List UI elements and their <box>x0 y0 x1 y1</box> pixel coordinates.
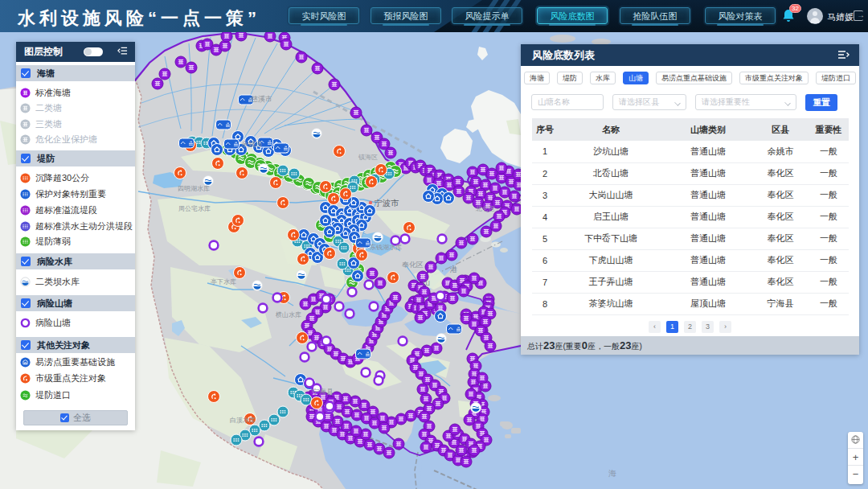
svg-text:亭下水库: 亭下水库 <box>211 278 236 286</box>
svg-text:东钱湖水库: 东钱湖水库 <box>370 244 402 251</box>
svg-text:白溪水库: 白溪水库 <box>230 417 256 424</box>
svg-text:港: 港 <box>449 265 457 273</box>
svg-text:周公宅水库: 周公宅水库 <box>178 205 211 212</box>
svg-text:山: 山 <box>423 278 430 286</box>
svg-text:宁波市: 宁波市 <box>375 199 399 208</box>
svg-text:慈溪市: 慈溪市 <box>250 95 272 103</box>
svg-text:奉化区: 奉化区 <box>402 261 424 269</box>
svg-text:横山水库: 横山水库 <box>275 311 301 318</box>
svg-text:海: 海 <box>608 469 616 478</box>
svg-text:四明湖水库: 四明湖水库 <box>178 185 210 192</box>
svg-text:镇海区: 镇海区 <box>358 154 378 161</box>
svg-text:余姚市: 余姚市 <box>241 140 263 148</box>
svg-text:北仑区: 北仑区 <box>475 205 495 212</box>
svg-text:宁海县: 宁海县 <box>312 388 334 396</box>
